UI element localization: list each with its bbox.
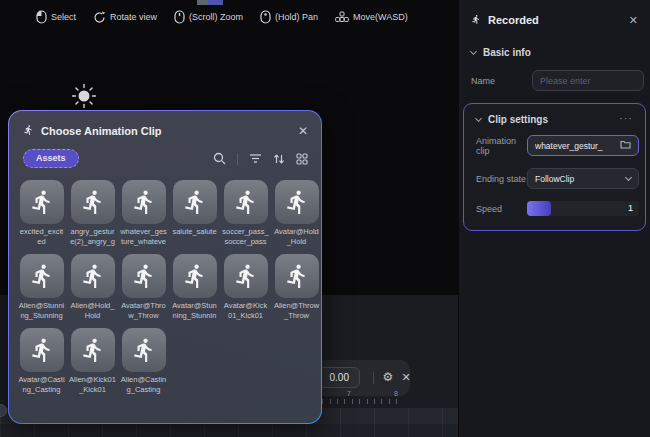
ending-state-label: Ending state <box>476 174 527 184</box>
animation-clip-item[interactable]: Alien@Hold_Hold <box>69 254 116 321</box>
running-person-icon <box>23 122 34 140</box>
folder-icon[interactable] <box>620 140 631 151</box>
wasd-keys-icon <box>335 11 349 23</box>
animation-clip-item[interactable]: Avatar@Casting_Casting <box>18 328 65 395</box>
name-field-label: Name <box>471 76 532 86</box>
animation-clip-value: whatever_gestur_ <box>535 141 620 151</box>
clip-thumbnail <box>71 328 115 372</box>
choose-animation-clip-modal: Choose Animation Clip ✕ Assets <box>8 110 322 424</box>
animation-clip-label: Animation clip <box>476 136 527 156</box>
speed-slider-fill <box>527 201 551 216</box>
clip-thumbnail <box>122 254 166 298</box>
animation-clip-item[interactable]: salute_salute <box>171 180 218 247</box>
animation-clip-input[interactable]: whatever_gestur_ <box>527 135 639 156</box>
rotate-view-icon <box>93 11 106 24</box>
clip-label: Alien@Hold_Hold <box>69 301 116 321</box>
recorded-inspector-panel: Recorded ✕ Basic info Name Please enter … <box>458 0 650 437</box>
speed-slider[interactable]: 1 <box>527 201 639 216</box>
animation-clip-item[interactable]: angry_gesture(2)_angry_g_ <box>69 180 116 247</box>
timeline-track-lane-lower <box>0 424 458 437</box>
ending-state-value: FollowClip <box>535 174 626 184</box>
light-gizmo-icon[interactable] <box>71 83 97 113</box>
tool-label: Select <box>51 12 76 22</box>
chevron-down-icon <box>475 115 482 122</box>
tool-select[interactable]: Select <box>36 10 76 24</box>
tool-move-wasd[interactable]: Move(WASD) <box>335 11 408 23</box>
section-label: Clip settings <box>488 114 612 125</box>
name-input[interactable]: Please enter <box>532 70 644 91</box>
basic-info-section-header[interactable]: Basic info <box>459 39 650 64</box>
more-options-icon[interactable]: ··· <box>619 112 633 124</box>
mouse-pan-icon <box>260 10 271 24</box>
tool-hold-pan[interactable]: (Hold) Pan <box>260 10 318 24</box>
assets-filter-button[interactable]: Assets <box>23 149 79 168</box>
timeline-gear-icon[interactable]: ⚙ <box>380 369 396 385</box>
animation-clip-item[interactable]: Alien@Kick01_Kick01 <box>69 328 116 395</box>
animation-clip-item[interactable]: soccer_pass_soccer_pass <box>222 180 269 247</box>
animation-clip-item[interactable]: Avatar@Throw_Throw <box>120 254 167 321</box>
section-label: Basic info <box>483 47 638 58</box>
clip-label: excited_excited <box>18 227 65 247</box>
ending-state-select[interactable]: FollowClip <box>527 168 639 189</box>
clip-label: Avatar@Stunning_Stunning <box>171 301 218 321</box>
clip-thumbnail <box>71 254 115 298</box>
viewport-toolbar: Select Rotate view (Scroll) Zoom (Hold) … <box>36 8 408 26</box>
toolbar-divider <box>237 153 238 165</box>
animation-clip-item[interactable]: Avatar@Hold_Hold <box>273 180 320 247</box>
modal-title: Choose Animation Clip <box>41 125 291 137</box>
clip-thumbnail <box>122 180 166 224</box>
clip-label: Avatar@Casting_Casting <box>18 375 65 395</box>
speed-value: 1 <box>628 203 633 213</box>
panel-close-icon[interactable]: ✕ <box>629 14 638 27</box>
tool-label: Rotate view <box>110 12 157 22</box>
animation-clip-item[interactable]: whatever_gesture_whateve_ <box>120 180 167 247</box>
clip-thumbnail <box>20 180 64 224</box>
animation-clip-item[interactable]: excited_excited <box>18 180 65 247</box>
clip-label: Alien@Kick01_Kick01 <box>69 375 116 395</box>
animation-clip-item[interactable]: Avatar@Kick01_Kick01 <box>222 254 269 321</box>
timeline-close-icon[interactable]: ✕ <box>398 369 414 385</box>
clip-label: salute_salute <box>171 227 218 237</box>
filter-icon[interactable] <box>249 153 262 164</box>
chevron-down-icon <box>625 173 632 180</box>
ruler-label: 7 <box>347 390 351 397</box>
speed-label: Speed <box>476 204 527 214</box>
name-placeholder: Please enter <box>540 76 591 86</box>
clip-label: Alien@Casting_Casting <box>120 375 167 395</box>
clip-label: soccer_pass_soccer_pass <box>222 227 269 247</box>
modal-close-icon[interactable]: ✕ <box>298 124 308 138</box>
timeline-divider <box>373 372 374 384</box>
clip-label: Alien@Throw_Throw <box>273 301 320 321</box>
animation-clip-item[interactable]: Alien@Stunning_Stunning <box>18 254 65 321</box>
clip-label: Avatar@Kick01_Kick01 <box>222 301 269 321</box>
sort-icon[interactable] <box>273 153 285 165</box>
search-icon[interactable] <box>213 152 226 165</box>
grid-view-icon[interactable] <box>296 153 308 165</box>
tool-label: Move(WASD) <box>353 12 408 22</box>
clip-thumbnail <box>275 180 319 224</box>
viewport-top-artifact <box>197 0 223 5</box>
clip-label: angry_gesture(2)_angry_g_ <box>69 227 116 247</box>
clip-settings-section-header[interactable]: Clip settings ··· <box>466 106 643 129</box>
tool-label: (Scroll) Zoom <box>189 12 243 22</box>
clip-label: Alien@Stunning_Stunning <box>18 301 65 321</box>
clip-label: whatever_gesture_whateve_ <box>120 227 167 247</box>
clip-thumbnail <box>224 180 268 224</box>
clip-label: Avatar@Throw_Throw <box>120 301 167 321</box>
animation-clip-item[interactable]: Alien@Casting_Casting <box>120 328 167 395</box>
clip-settings-section: Clip settings ··· Animation clip whateve… <box>463 103 646 231</box>
clip-thumbnail <box>173 254 217 298</box>
tool-scroll-zoom[interactable]: (Scroll) Zoom <box>174 10 243 24</box>
clip-thumbnail <box>275 254 319 298</box>
tool-rotate-view[interactable]: Rotate view <box>93 11 157 24</box>
tool-label: (Hold) Pan <box>275 12 318 22</box>
ruler-label: 8 <box>394 390 398 397</box>
panel-title: Recorded <box>488 14 622 26</box>
animation-clip-grid: excited_excited angry_gesture(2)_angry_g… <box>9 168 321 395</box>
select-cursor-icon <box>36 10 47 24</box>
animation-clip-item[interactable]: Avatar@Stunning_Stunning <box>171 254 218 321</box>
clip-thumbnail <box>173 180 217 224</box>
clip-thumbnail <box>20 254 64 298</box>
chevron-down-icon <box>470 48 477 55</box>
animation-clip-item[interactable]: Alien@Throw_Throw <box>273 254 320 321</box>
